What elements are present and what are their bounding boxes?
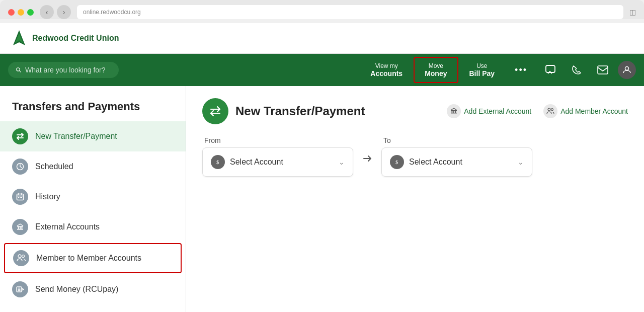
- send-icon: [16, 285, 24, 293]
- svg-rect-24: [451, 113, 457, 113]
- nav-more-button[interactable]: •••: [505, 54, 537, 86]
- people-small-icon: [546, 108, 554, 115]
- svg-rect-22: [453, 111, 454, 113]
- svg-rect-20: [451, 110, 457, 111]
- sidebar: Transfers and Payments New Transfer/Paym…: [0, 86, 186, 312]
- svg-text:$: $: [216, 159, 219, 165]
- nav-bill-pay-bottom: Bill Pay: [469, 69, 495, 77]
- from-chevron-icon: ⌄: [339, 158, 345, 166]
- history-icon: [12, 189, 28, 205]
- to-group: To $ Select Account ⌄: [381, 136, 532, 177]
- user-avatar-button[interactable]: [618, 61, 636, 79]
- add-external-icon: [447, 104, 461, 118]
- phone-icon-button[interactable]: [564, 54, 590, 86]
- chat-icon: [545, 64, 556, 75]
- nav-move-money-bottom: Money: [425, 69, 447, 77]
- search-container[interactable]: [8, 62, 119, 78]
- address-bar[interactable]: online.redwoodcu.org: [77, 5, 623, 19]
- sidebar-item-scheduled[interactable]: Scheduled: [0, 151, 186, 182]
- svg-point-25: [548, 108, 550, 111]
- sidebar-item-new-transfer[interactable]: New Transfer/Payment: [0, 121, 186, 151]
- svg-line-3: [19, 70, 21, 72]
- add-member-label: Add Member Account: [560, 107, 628, 115]
- minimize-button[interactable]: [18, 9, 24, 16]
- forward-button[interactable]: ›: [57, 5, 71, 19]
- member-accounts-label: Member to Member Accounts: [36, 254, 141, 263]
- close-button[interactable]: [8, 9, 15, 16]
- arrows-icon: [16, 132, 25, 141]
- svg-text:$: $: [395, 159, 398, 165]
- svg-point-6: [625, 67, 629, 70]
- svg-rect-13: [18, 227, 19, 229]
- new-transfer-label: New Transfer/Payment: [35, 132, 117, 141]
- bank-icon: [16, 223, 24, 231]
- sidebar-item-member-accounts[interactable]: Member to Member Accounts: [4, 243, 182, 273]
- chat-icon-button[interactable]: [537, 54, 564, 86]
- dollar-icon-2: $: [393, 159, 400, 166]
- mail-icon-button[interactable]: [590, 54, 616, 86]
- member-accounts-icon: [13, 250, 29, 266]
- browser-chrome: ‹ › online.redwoodcu.org ◫: [0, 0, 644, 19]
- svg-rect-5: [598, 66, 608, 74]
- page-actions: Add External Account Add Member Account: [447, 104, 628, 118]
- svg-rect-16: [17, 229, 23, 230]
- from-label: From: [202, 136, 353, 144]
- nav-view-accounts-bottom: Accounts: [370, 69, 403, 77]
- mail-icon: [597, 65, 608, 74]
- add-member-account-button[interactable]: Add Member Account: [543, 104, 628, 118]
- search-input[interactable]: [25, 66, 111, 74]
- svg-point-26: [551, 109, 553, 111]
- nav-view-accounts[interactable]: View my Accounts: [360, 54, 413, 86]
- traffic-lights: [8, 9, 34, 16]
- nav-move-money[interactable]: Move Money: [414, 57, 458, 83]
- from-account-select[interactable]: $ Select Account ⌄: [202, 147, 353, 177]
- add-external-account-button[interactable]: Add External Account: [447, 104, 531, 118]
- svg-rect-14: [20, 227, 21, 229]
- svg-rect-10: [20, 197, 21, 198]
- sidebar-item-external-accounts[interactable]: External Accounts: [0, 212, 186, 242]
- from-dollar-icon: $: [211, 155, 225, 169]
- browser-share-icon: ◫: [629, 8, 636, 16]
- svg-rect-23: [455, 111, 456, 113]
- page-content: New Transfer/Payment: [186, 86, 644, 312]
- from-account-text: Select Account: [230, 158, 334, 167]
- external-accounts-icon: [12, 219, 28, 235]
- nav-links: View my Accounts Move Money Use Bill Pay…: [360, 54, 537, 86]
- to-label: To: [381, 136, 532, 144]
- app-container: Redwood Credit Union View my Accounts Mo…: [0, 23, 644, 312]
- logo: Redwood Credit Union: [10, 29, 119, 47]
- to-chevron-icon: ⌄: [518, 158, 524, 166]
- nav-bar: View my Accounts Move Money Use Bill Pay…: [0, 54, 644, 86]
- back-button[interactable]: ‹: [40, 5, 54, 19]
- to-account-select[interactable]: $ Select Account ⌄: [381, 147, 532, 177]
- nav-move-money-top: Move: [429, 62, 443, 69]
- sidebar-item-history[interactable]: History: [0, 182, 186, 212]
- svg-rect-11: [21, 197, 22, 198]
- nav-icons: [537, 54, 636, 86]
- page-icon: [202, 98, 228, 124]
- user-icon: [623, 66, 631, 74]
- logo-text: Redwood Credit Union: [32, 34, 119, 43]
- fullscreen-button[interactable]: [27, 9, 34, 16]
- transfer-icon: [209, 105, 222, 118]
- svg-point-17: [18, 255, 21, 258]
- sidebar-item-send-money[interactable]: Send Money (RCUpay): [0, 274, 186, 304]
- browser-nav-buttons: ‹ ›: [40, 5, 71, 19]
- from-group: From $ Select Account ⌄: [202, 136, 353, 177]
- send-money-label: Send Money (RCUpay): [35, 285, 118, 294]
- external-accounts-label: External Accounts: [35, 222, 100, 231]
- nav-bill-pay[interactable]: Use Bill Pay: [459, 54, 505, 86]
- scheduled-icon: [12, 159, 28, 175]
- page-header: New Transfer/Payment: [202, 98, 628, 124]
- add-external-label: Add External Account: [464, 107, 531, 115]
- scheduled-label: Scheduled: [35, 162, 73, 171]
- history-label: History: [35, 192, 60, 201]
- send-money-icon: [12, 281, 28, 297]
- right-arrow-icon: [361, 152, 373, 165]
- main-content: Transfers and Payments New Transfer/Paym…: [0, 86, 644, 312]
- bank-small-icon: [450, 108, 457, 115]
- logo-bar: Redwood Credit Union: [0, 23, 644, 54]
- page-title: New Transfer/Payment: [235, 104, 365, 118]
- nav-view-accounts-top: View my: [375, 62, 398, 69]
- svg-rect-9: [18, 197, 19, 198]
